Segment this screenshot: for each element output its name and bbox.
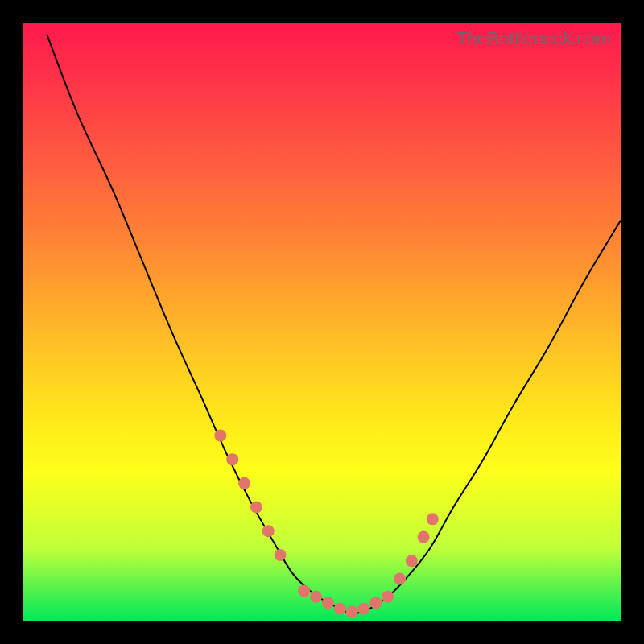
curve-marker: [406, 555, 418, 567]
curve-markers: [214, 429, 438, 617]
curve-marker: [418, 531, 430, 543]
curve-marker: [250, 502, 262, 514]
curve-marker: [310, 591, 322, 603]
bottleneck-curve: [23, 23, 621, 621]
curve-marker: [394, 573, 406, 585]
curve-marker: [214, 429, 226, 441]
curve-marker: [427, 513, 439, 525]
curve-right-branch: [352, 221, 621, 615]
curve-marker: [322, 597, 334, 609]
curve-marker: [238, 477, 250, 489]
curve-marker: [369, 597, 382, 609]
curve-marker: [346, 605, 358, 617]
curve-marker: [334, 603, 346, 615]
curve-marker: [226, 453, 238, 465]
curve-left-branch: [47, 35, 352, 615]
curve-marker: [262, 525, 275, 537]
curve-marker: [382, 591, 394, 603]
plot-area: TheBottleneck.com: [23, 23, 621, 621]
curve-marker: [275, 549, 287, 561]
curve-marker: [298, 584, 310, 597]
curve-marker: [357, 603, 369, 615]
chart-frame: TheBottleneck.com: [0, 0, 644, 644]
